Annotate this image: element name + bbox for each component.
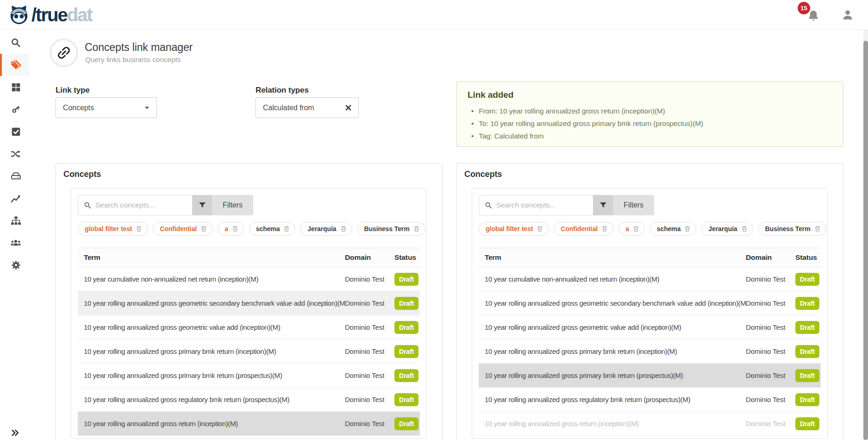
alert-title: Link added	[468, 90, 832, 100]
notification-count-badge: 15	[798, 2, 810, 14]
search-input[interactable]	[95, 201, 187, 209]
status-badge: Draft	[394, 417, 418, 430]
table-row[interactable]: 10 year cumulative non-annualized net re…	[479, 267, 821, 291]
table-row[interactable]: 10 year rolling annualized gross geometr…	[78, 291, 420, 315]
scrollbar-thumb[interactable]	[863, 41, 868, 440]
table-row-disabled: 10 year rolling annualized gross return …	[479, 412, 821, 436]
column-status: Status	[394, 253, 420, 262]
trash-icon[interactable]	[685, 226, 690, 232]
sidebar-item-dashboard[interactable]	[0, 76, 30, 98]
domain-cell: Dominio Test	[746, 299, 795, 307]
table-row[interactable]: 10 year rolling annualized gross geometr…	[479, 315, 821, 339]
trash-icon[interactable]	[742, 226, 747, 232]
sidebar-item-analytics[interactable]	[0, 187, 30, 209]
filter-tag[interactable]: global filter test	[479, 222, 549, 236]
filter-tag[interactable]: Confidential	[153, 222, 212, 236]
sidebar-item-search[interactable]	[0, 31, 30, 54]
clear-icon[interactable]	[345, 105, 351, 111]
gear-icon	[11, 260, 21, 270]
search-filter-bar: Filters	[479, 195, 654, 215]
status-cell: Draft	[795, 297, 821, 310]
filter-tag[interactable]: schema	[249, 222, 296, 236]
brand-primary: /true	[31, 5, 67, 25]
status-badge: Draft	[795, 297, 819, 310]
search-box[interactable]	[479, 195, 593, 215]
trash-icon[interactable]	[232, 226, 238, 232]
sidebar-item-settings[interactable]	[0, 254, 30, 276]
domain-cell: Dominio Test	[746, 420, 795, 427]
filter-tag[interactable]: Jerarquía	[300, 222, 352, 236]
user-menu-button[interactable]	[841, 8, 854, 21]
brand-logo[interactable]: /truedat	[8, 4, 92, 25]
sidebar-item-lineage[interactable]	[0, 143, 30, 165]
panel-body: Filters global filter test Confidential …	[71, 188, 427, 439]
table-row[interactable]: 10 year rolling annualized gross regulat…	[78, 388, 420, 412]
sidebar-item-structures[interactable]	[0, 165, 30, 187]
sidebar-item-quality[interactable]	[0, 120, 30, 143]
domain-cell: Dominio Test	[746, 347, 795, 355]
filter-icon-button[interactable]	[192, 195, 212, 215]
trash-icon[interactable]	[414, 226, 419, 232]
table-row[interactable]: 10 year rolling annualized gross primary…	[78, 339, 420, 364]
table-row[interactable]: 10 year rolling annualized gross regulat…	[479, 388, 821, 412]
sidebar-item-concepts[interactable]	[0, 54, 30, 76]
search-box[interactable]	[78, 195, 192, 215]
sidebar-item-access[interactable]	[0, 98, 30, 120]
status-badge: Draft	[795, 345, 819, 358]
filter-tag[interactable]: Jerarquía	[701, 222, 753, 236]
shuffle-icon	[11, 149, 21, 159]
status-badge: Draft	[795, 273, 819, 286]
sidebar-item-domains[interactable]	[0, 209, 30, 232]
filter-tag[interactable]: Business Term	[758, 222, 826, 236]
tag-label: Jerarquía	[708, 225, 737, 233]
funnel-icon	[198, 201, 206, 209]
filter-tag[interactable]: a	[218, 222, 244, 236]
table-row-selected[interactable]: 10 year rolling annualized gross return …	[78, 412, 420, 436]
domain-cell: Dominio Test	[345, 299, 394, 307]
link-type-select[interactable]: Concepts	[56, 97, 157, 118]
filters-button[interactable]: Filters	[613, 195, 654, 215]
search-filter-bar: Filters	[78, 195, 253, 215]
main-content: Concepts link manager Query links busine…	[30, 30, 868, 440]
filter-tag[interactable]: Business Term	[357, 222, 425, 236]
sidebar-expand-button[interactable]	[0, 428, 30, 437]
trash-icon[interactable]	[284, 226, 289, 232]
domain-cell: Dominio Test	[746, 323, 795, 331]
trash-icon[interactable]	[633, 226, 639, 232]
table-row[interactable]: 10 year cumulative non-annualized net re…	[78, 267, 420, 291]
brand-wordmark: /truedat	[31, 6, 92, 24]
filter-icon-button[interactable]	[593, 195, 613, 215]
table-row-selected[interactable]: 10 year rolling annualized gross primary…	[479, 364, 821, 388]
filter-tag[interactable]: global filter test	[78, 222, 148, 236]
link-type-label: Link type	[56, 86, 90, 95]
trash-icon[interactable]	[201, 226, 206, 232]
active-filter-tags: global filter test Confidential a schema…	[78, 222, 420, 236]
sidebar-item-users[interactable]	[0, 232, 30, 254]
table-row[interactable]: 10 year rolling annualized gross primary…	[78, 364, 420, 388]
trash-icon[interactable]	[602, 226, 607, 232]
trash-icon[interactable]	[815, 226, 820, 232]
key-icon	[11, 104, 21, 114]
filter-tag[interactable]: schema	[650, 222, 697, 236]
trash-icon[interactable]	[537, 226, 543, 232]
status-badge: Draft	[795, 393, 819, 406]
scrollbar[interactable]	[863, 30, 868, 440]
filter-tag[interactable]: a	[618, 222, 645, 236]
table-row[interactable]: 10 year rolling annualized gross geometr…	[78, 315, 420, 339]
table-row[interactable]: 10 year rolling annualized gross primary…	[479, 339, 821, 364]
filter-tag[interactable]: Confidential	[554, 222, 613, 236]
trash-icon[interactable]	[136, 226, 142, 232]
trash-icon[interactable]	[341, 226, 346, 232]
search-input[interactable]	[496, 201, 587, 209]
relation-types-select[interactable]: Calculated from	[256, 97, 359, 118]
page-title: Concepts link manager	[85, 41, 193, 54]
term-cell: 10 year rolling annualized gross geometr…	[479, 323, 746, 331]
notifications-button[interactable]: 15	[807, 9, 820, 24]
table-row[interactable]: 10 year rolling annualized gross geometr…	[479, 291, 821, 315]
link-icon	[56, 44, 72, 61]
status-cell: Draft	[394, 297, 420, 310]
filters-button[interactable]: Filters	[212, 195, 253, 215]
alert-item-to: To: 10 year rolling annualized gross pri…	[468, 117, 832, 130]
term-cell: 10 year rolling annualized gross primary…	[479, 371, 746, 379]
concepts-table: Term Domain Status 10 year cumulative no…	[479, 248, 821, 436]
